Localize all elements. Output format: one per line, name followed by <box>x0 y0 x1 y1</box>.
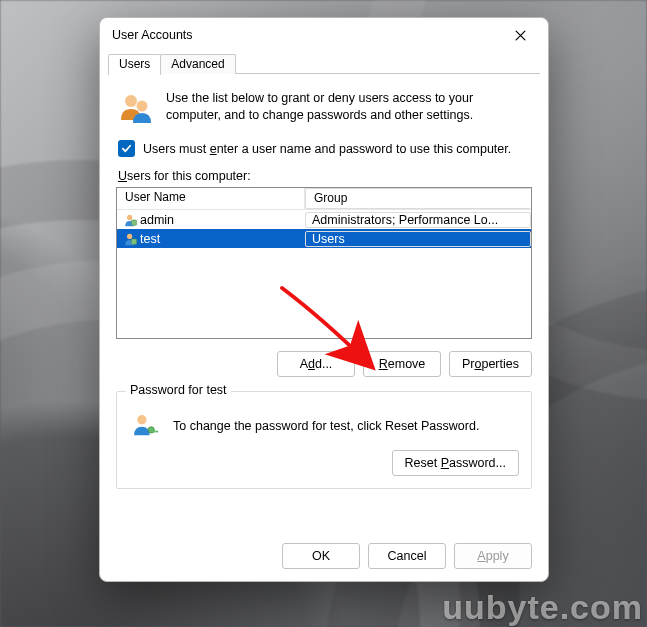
svg-point-6 <box>137 415 146 424</box>
user-icon <box>123 213 138 227</box>
checkmark-icon <box>121 143 132 154</box>
svg-rect-8 <box>153 431 158 433</box>
password-group-row: To change the password for test, click R… <box>129 406 519 450</box>
must-enter-credentials-row: Users must enter a user name and passwor… <box>116 136 532 169</box>
user-key-icon <box>131 412 159 440</box>
svg-point-1 <box>137 101 148 112</box>
users-list-body: admin Administrators; Performance Lo... … <box>117 210 531 338</box>
cell-username: admin <box>117 213 305 227</box>
window-title: User Accounts <box>112 28 498 42</box>
intro-row: Use the list below to grant or deny user… <box>116 86 532 136</box>
cell-username: test <box>117 232 305 246</box>
table-row[interactable]: admin Administrators; Performance Lo... <box>117 210 531 229</box>
svg-point-0 <box>125 95 137 107</box>
properties-button[interactable]: Properties <box>449 351 532 377</box>
users-list-label: Users for this computer: <box>116 169 532 187</box>
svg-rect-3 <box>131 220 136 225</box>
titlebar: User Accounts <box>100 18 548 52</box>
cancel-button[interactable]: Cancel <box>368 543 446 569</box>
tab-users[interactable]: Users <box>108 54 161 75</box>
must-enter-credentials-label: Users must enter a user name and passwor… <box>143 142 511 156</box>
svg-point-2 <box>127 214 132 219</box>
dialog-button-row: OK Cancel Apply <box>100 533 548 581</box>
svg-point-4 <box>127 233 132 238</box>
tabstrip: Users Advanced <box>100 52 548 74</box>
users-list[interactable]: User Name Group admin Administrators; Pe… <box>116 187 532 339</box>
password-group-legend: Password for test <box>126 383 231 397</box>
users-list-header: User Name Group <box>117 188 531 210</box>
remove-button[interactable]: Remove <box>363 351 441 377</box>
user-icon <box>123 232 138 246</box>
cell-group: Administrators; Performance Lo... <box>305 212 531 228</box>
users-icon <box>118 90 154 126</box>
password-group-text: To change the password for test, click R… <box>173 419 479 433</box>
user-accounts-dialog: User Accounts Users Advanced Use the lis… <box>99 17 549 582</box>
tab-body: Use the list below to grant or deny user… <box>100 74 548 533</box>
table-row[interactable]: test Users <box>117 229 531 248</box>
column-header-group[interactable]: Group <box>305 188 531 209</box>
apply-button[interactable]: Apply <box>454 543 532 569</box>
password-group: Password for test To change the password… <box>116 391 532 489</box>
reset-password-button[interactable]: Reset Password... <box>392 450 519 476</box>
svg-rect-5 <box>131 239 136 244</box>
close-icon <box>515 30 526 41</box>
tab-advanced[interactable]: Advanced <box>160 54 235 74</box>
intro-text: Use the list below to grant or deny user… <box>166 90 530 126</box>
add-button[interactable]: Add... <box>277 351 355 377</box>
close-button[interactable] <box>498 21 542 49</box>
ok-button[interactable]: OK <box>282 543 360 569</box>
column-header-username[interactable]: User Name <box>117 188 305 209</box>
cell-group: Users <box>305 231 531 247</box>
must-enter-credentials-checkbox[interactable] <box>118 140 135 157</box>
